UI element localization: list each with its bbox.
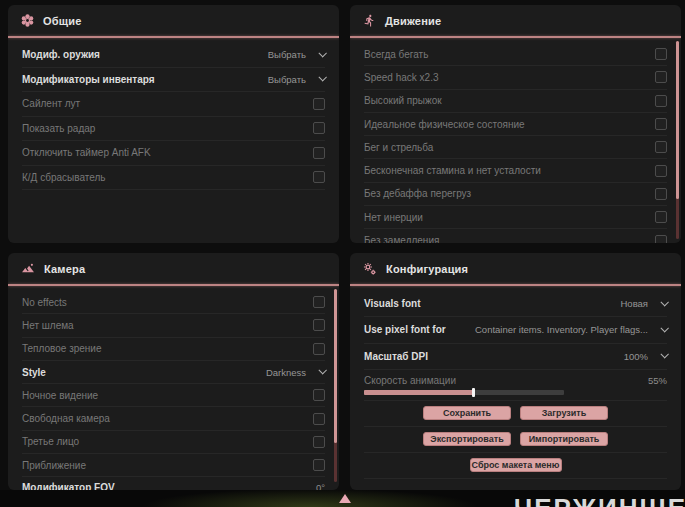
row-infinite-stamina: Бесконечная стамина и нет усталости <box>364 159 667 182</box>
dropdown-value: Darkness <box>266 367 306 378</box>
row-fov-modifier: Модификатор FOV 0° <box>22 477 325 490</box>
row-label: Ночное видение <box>22 390 98 401</box>
row-label: Speed hack x2.3 <box>364 72 439 83</box>
row-high-jump: Высокий прыжок <box>364 90 667 113</box>
row-style: Style Darkness <box>22 361 325 384</box>
weapon-mod-dropdown[interactable]: Выбрать <box>268 49 325 60</box>
infinite-stamina-checkbox[interactable] <box>655 165 667 177</box>
style-dropdown[interactable]: Darkness <box>266 367 325 378</box>
row-pixel-font: Use pixel font for Container items. Inve… <box>364 317 667 343</box>
row-label: Use pixel font for <box>364 324 446 335</box>
dropdown-value: Новая <box>620 298 648 309</box>
no-inertia-checkbox[interactable] <box>655 211 667 223</box>
panel-title: Движение <box>385 15 441 27</box>
export-button[interactable]: Экспортировать <box>423 432 511 446</box>
pixel-font-dropdown[interactable]: Container items. Inventory. Player flags… <box>475 324 667 335</box>
button-row-reset: Сброс макета меню <box>364 453 667 479</box>
row-label: Третье лицо <box>22 436 79 447</box>
row-show-radar: Показать радар <box>22 117 325 142</box>
row-label: No effects <box>22 297 67 308</box>
run-and-shoot-checkbox[interactable] <box>655 141 667 153</box>
no-helmet-checkbox[interactable] <box>313 319 325 331</box>
row-always-run: Всегда бегать <box>364 43 667 66</box>
third-person-checkbox[interactable] <box>313 436 325 448</box>
row-no-helmet: Нет шлема <box>22 314 325 337</box>
zoom-checkbox[interactable] <box>313 459 325 471</box>
panel-title: Конфигурация <box>386 263 468 275</box>
animation-speed-value: 55% <box>648 375 667 386</box>
row-night-vision: Ночное видение <box>22 384 325 407</box>
silent-loot-checkbox[interactable] <box>313 98 325 110</box>
import-button[interactable]: Импортировать <box>520 432 608 446</box>
no-slowdown-checkbox[interactable] <box>655 235 667 243</box>
chevron-down-icon <box>318 49 326 57</box>
dropdown-value: Container items. Inventory. Player flags… <box>475 324 648 335</box>
no-overload-debuff-checkbox[interactable] <box>655 188 667 200</box>
perfect-condition-checkbox[interactable] <box>655 118 667 130</box>
row-label: Без дебаффа перегруз <box>364 188 471 199</box>
row-label: Без замедления <box>364 235 439 243</box>
row-label: Высокий прыжок <box>364 95 442 106</box>
cursor-icon <box>339 494 351 503</box>
row-inventory-mods: Модификаторы инвентаря Выбрать <box>22 68 325 93</box>
row-label: Нет шлема <box>22 320 74 331</box>
dpi-scale-dropdown[interactable]: 100% <box>624 351 667 362</box>
row-weapon-mod: Модиф. оружия Выбрать <box>22 43 325 68</box>
panel-config-header[interactable]: Конфигурация <box>350 253 681 284</box>
header-accent-line <box>350 36 681 38</box>
row-label: Показать радар <box>22 123 95 134</box>
row-anti-afk: Отключить таймер Anti AFK <box>22 141 325 166</box>
row-label: Всегда бегать <box>364 49 428 60</box>
row-no-slowdown: Без замедления <box>364 229 667 243</box>
panel-movement-header[interactable]: Движение <box>350 5 681 36</box>
image-icon <box>21 262 35 275</box>
button-row-save-load: Сохранить Загрузить <box>364 401 667 427</box>
row-label: Идеальное физическое состояние <box>364 119 525 130</box>
night-vision-checkbox[interactable] <box>313 389 325 401</box>
no-effects-checkbox[interactable] <box>313 296 325 308</box>
reset-layout-button[interactable]: Сброс макета меню <box>470 458 562 472</box>
header-accent-line <box>8 284 339 286</box>
animation-speed-slider[interactable] <box>364 390 564 395</box>
chevron-down-icon <box>318 366 326 374</box>
row-label: Отключить таймер Anti AFK <box>22 147 151 158</box>
dropdown-value: Выбрать <box>268 49 306 60</box>
panel-camera-header[interactable]: Камера <box>8 253 339 284</box>
slider-handle[interactable] <box>472 388 475 397</box>
row-perfect-condition: Идеальное физическое состояние <box>364 113 667 136</box>
load-button[interactable]: Загрузить <box>520 406 608 420</box>
row-no-inertia: Нет инерции <box>364 206 667 229</box>
high-jump-checkbox[interactable] <box>655 95 667 107</box>
inventory-mods-dropdown[interactable]: Выбрать <box>268 74 325 85</box>
cd-reset-checkbox[interactable] <box>313 171 325 183</box>
always-run-checkbox[interactable] <box>655 48 667 60</box>
runner-icon <box>363 14 376 27</box>
speed-hack-checkbox[interactable] <box>655 71 667 83</box>
row-label: Приближение <box>22 460 86 471</box>
panel-title: Камера <box>44 263 85 275</box>
panel-general-header[interactable]: Общие <box>8 5 339 36</box>
gears-icon <box>363 262 377 276</box>
free-camera-checkbox[interactable] <box>313 413 325 425</box>
row-label: Сайлент лут <box>22 98 80 109</box>
panel-title: Общие <box>43 15 82 27</box>
chevron-down-icon <box>660 350 668 358</box>
row-no-overload-debuff: Без дебаффа перегруз <box>364 183 667 206</box>
row-label: Свободная камера <box>22 413 110 424</box>
row-visuals-font: Visuals font Новая <box>364 291 667 317</box>
save-button[interactable]: Сохранить <box>423 406 511 420</box>
show-radar-checkbox[interactable] <box>313 122 325 134</box>
visuals-font-dropdown[interactable]: Новая <box>620 298 667 309</box>
row-speed-hack: Speed hack x2.3 <box>364 66 667 89</box>
panel-camera: Камера No effects Нет шлема Тепловое зре… <box>8 253 339 490</box>
row-label: К/Д сбрасыватель <box>22 172 105 183</box>
thermal-vision-checkbox[interactable] <box>313 343 325 355</box>
dropdown-value: 100% <box>624 351 648 362</box>
scrollbar[interactable] <box>676 41 679 239</box>
row-label: Модиф. оружия <box>22 49 100 60</box>
row-label: Модификаторы инвентаря <box>22 74 155 85</box>
scrollbar[interactable] <box>334 289 337 482</box>
scene-green-glow <box>120 490 500 507</box>
anti-afk-checkbox[interactable] <box>313 147 325 159</box>
panel-general: Общие Модиф. оружия Выбрать Модификаторы… <box>8 5 339 243</box>
